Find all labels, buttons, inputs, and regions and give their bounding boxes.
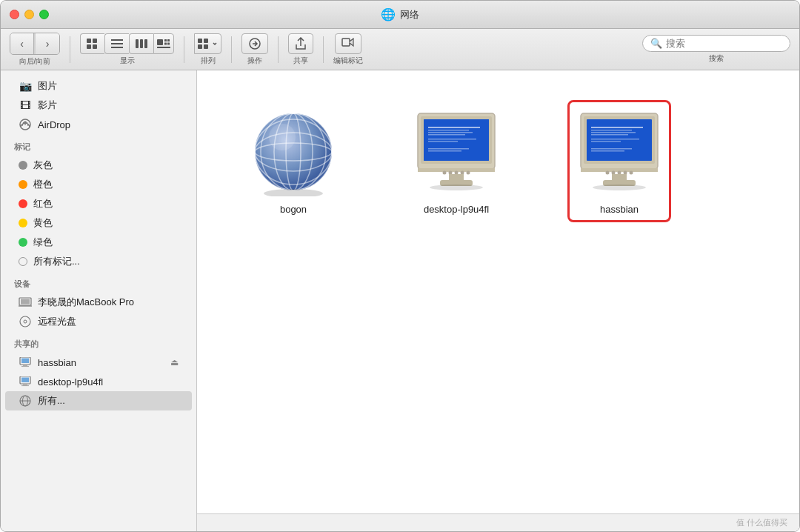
minimize-button[interactable] — [24, 10, 34, 19]
content-area: bogon — [197, 70, 799, 531]
sort-button[interactable] — [194, 33, 221, 54]
gray-dot — [19, 161, 27, 170]
movies-icon: 🎞 — [19, 99, 32, 112]
svg-rect-19 — [204, 44, 208, 49]
svg-rect-58 — [428, 150, 461, 152]
svg-rect-77 — [591, 148, 632, 150]
search-label: 搜索 — [709, 53, 724, 64]
fullscreen-button[interactable] — [39, 10, 49, 19]
sort-buttons — [194, 33, 221, 54]
share-button[interactable] — [288, 33, 313, 54]
sidebar-item-hassbian[interactable]: hassbian ⏏ — [5, 353, 192, 372]
photos-icon: 📷 — [19, 79, 32, 93]
sidebar-item-macbook[interactable]: 李晓晟的MacBook Pro — [5, 293, 192, 312]
nav-label: 向后/向前 — [19, 56, 51, 67]
svg-rect-76 — [591, 141, 621, 142]
svg-rect-50 — [424, 119, 489, 161]
toolbar-separator-4 — [278, 36, 279, 63]
sidebar-item-red[interactable]: 红色 — [5, 194, 192, 213]
svg-rect-31 — [21, 378, 29, 383]
view-gallery-btn[interactable] — [153, 33, 174, 54]
svg-point-64 — [467, 171, 470, 175]
macbook-icon — [19, 296, 32, 309]
window-icon: 🌐 — [381, 7, 396, 21]
window-title: 🌐 网络 — [381, 7, 419, 21]
monitor-hassbian-svg — [575, 107, 664, 196]
svg-rect-52 — [428, 130, 469, 131]
sidebar-item-airdrop[interactable]: AirDrop — [5, 115, 192, 134]
sidebar-item-desktop-lp9u4fl[interactable]: desktop-lp9u4fl — [5, 372, 192, 391]
forward-button[interactable]: › — [36, 33, 59, 54]
svg-rect-7 — [136, 39, 139, 48]
svg-rect-71 — [591, 127, 643, 128]
svg-rect-24 — [21, 299, 30, 305]
toolbar-separator-5 — [323, 36, 324, 63]
svg-point-87 — [593, 184, 646, 190]
sidebar-item-label: 图片 — [38, 79, 57, 93]
sidebar-item-green[interactable]: 绿色 — [5, 233, 192, 252]
svg-rect-28 — [21, 359, 29, 364]
sidebar-item-label: desktop-lp9u4fl — [38, 376, 103, 388]
sidebar-item-label: 所有标记... — [33, 255, 80, 268]
svg-rect-1 — [93, 39, 97, 43]
airdrop-icon — [19, 118, 32, 131]
all-icon — [19, 394, 32, 408]
sidebar-item-orange[interactable]: 橙色 — [5, 175, 192, 194]
svg-rect-5 — [111, 43, 123, 44]
sort-label: 排列 — [201, 56, 216, 66]
svg-rect-16 — [198, 39, 202, 43]
view-icon-btn[interactable] — [80, 33, 104, 54]
back-button[interactable]: ‹ — [10, 33, 34, 54]
close-button[interactable] — [10, 10, 19, 19]
svg-rect-56 — [428, 141, 458, 142]
search-group: 🔍 搜索 — [642, 35, 790, 64]
sort-group: 排列 — [194, 33, 221, 66]
file-item-hassbian[interactable]: hassbian — [567, 100, 671, 222]
view-group: 显示 — [80, 33, 174, 66]
svg-rect-70 — [587, 119, 652, 161]
view-list-btn[interactable] — [104, 33, 129, 54]
sidebar-item-label: 橙色 — [33, 178, 53, 191]
sidebar-item-yellow[interactable]: 黄色 — [5, 213, 192, 233]
svg-rect-53 — [428, 132, 473, 133]
title-bar: 🌐 网络 — [1, 1, 799, 29]
red-dot — [19, 199, 27, 208]
eject-icon[interactable]: ⏏ — [170, 357, 179, 368]
action-label: 操作 — [247, 56, 262, 66]
svg-rect-51 — [428, 127, 480, 128]
svg-rect-65 — [449, 174, 464, 180]
svg-rect-12 — [164, 42, 167, 44]
sidebar-item-photos[interactable]: 📷 图片 — [5, 76, 192, 96]
share-group: 共享 — [288, 33, 313, 66]
svg-point-81 — [612, 171, 616, 175]
action-button[interactable] — [241, 33, 268, 54]
tag-button[interactable] — [335, 33, 361, 54]
svg-rect-18 — [198, 44, 202, 49]
svg-point-63 — [461, 171, 464, 175]
sidebar-item-gray[interactable]: 灰色 — [5, 156, 192, 175]
sidebar-item-all[interactable]: 所有... — [5, 391, 192, 410]
svg-point-60 — [443, 171, 447, 175]
toolbar-separator-2 — [184, 36, 184, 63]
file-item-bogon[interactable]: bogon — [241, 100, 345, 222]
svg-point-62 — [455, 171, 459, 175]
shared-section-label: 共享的 — [1, 331, 196, 353]
search-input[interactable] — [666, 38, 782, 49]
svg-rect-9 — [144, 39, 147, 48]
search-wrap[interactable]: 🔍 — [642, 35, 790, 52]
sidebar-item-dvd[interactable]: 远程光盘 — [5, 312, 192, 331]
svg-rect-4 — [111, 39, 123, 41]
sidebar-item-label: hassbian — [38, 357, 76, 368]
svg-rect-74 — [591, 134, 628, 136]
view-columns-btn[interactable] — [129, 33, 153, 54]
sidebar-item-label: 远程光盘 — [38, 315, 76, 328]
sidebar-item-movies[interactable]: 🎞 影片 — [5, 96, 192, 115]
traffic-lights — [10, 10, 49, 19]
svg-point-80 — [606, 171, 610, 175]
action-group: 操作 — [241, 33, 268, 66]
svg-rect-10 — [157, 39, 163, 45]
sidebar-item-label: AirDrop — [38, 119, 70, 130]
file-item-desktop[interactable]: desktop-lp9u4fl — [404, 100, 508, 222]
sidebar-item-all-tags[interactable]: 所有标记... — [5, 252, 192, 271]
toolbar-separator-3 — [231, 36, 232, 63]
